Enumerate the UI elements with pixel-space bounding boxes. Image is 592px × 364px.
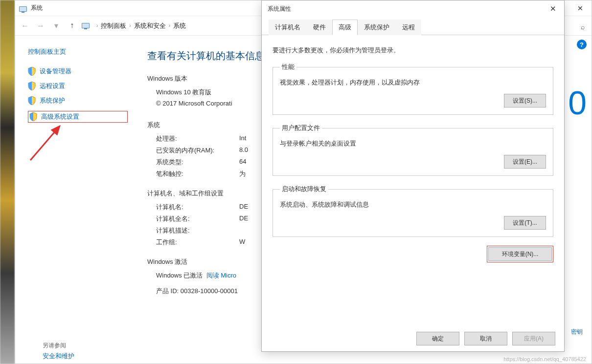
see-also-link[interactable]: 安全和维护 bbox=[43, 352, 74, 361]
dialog-body: 要进行大多数更改，你必须作为管理员登录。 性能 视觉效果，处理器计划，内存使用，… bbox=[262, 35, 564, 275]
performance-settings-button[interactable]: 设置(S)... bbox=[504, 94, 546, 107]
watermark: https://blog.csdn.net/qq_40785422 bbox=[503, 356, 586, 362]
tab-remote[interactable]: 远程 bbox=[396, 20, 421, 35]
sidebar-item-label: 设备管理器 bbox=[40, 67, 71, 76]
startup-group: 启动和故障恢复 系统启动、系统故障和调试信息 设置(T)... bbox=[273, 185, 553, 237]
performance-desc: 视觉效果，处理器计划，内存使用，以及虚拟内存 bbox=[280, 78, 546, 87]
startup-legend: 启动和故障恢复 bbox=[280, 185, 328, 193]
sidebar-item-advanced[interactable]: 高级系统设置 bbox=[28, 111, 128, 123]
label-computer-name: 计算机名: bbox=[156, 203, 239, 212]
startup-settings-button[interactable]: 设置(T)... bbox=[504, 216, 546, 230]
value-ram: 8.0 bbox=[239, 146, 248, 155]
dialog-title: 系统属性 bbox=[268, 5, 291, 13]
breadcrumb[interactable]: › 控制面板 › 系统和安全 › 系统 bbox=[93, 21, 186, 30]
tab-hardware[interactable]: 硬件 bbox=[307, 20, 332, 35]
value-type: 64 bbox=[239, 158, 246, 167]
system-properties-dialog: 系统属性 ✕ 计算机名 硬件 高级 系统保护 远程 要进行大多数更改，你必须作为… bbox=[261, 0, 565, 352]
product-id: 产品 ID: 00328-10000-00001 bbox=[156, 287, 238, 296]
help-icon[interactable]: ? bbox=[577, 40, 587, 49]
window-title: 系统 bbox=[31, 4, 43, 12]
breadcrumb-root[interactable]: 控制面板 bbox=[101, 21, 126, 30]
value-workgroup: W bbox=[239, 238, 245, 247]
env-highlight: 环境变量(N)... bbox=[487, 246, 553, 262]
performance-group: 性能 视觉效果，处理器计划，内存使用，以及虚拟内存 设置(S)... bbox=[273, 63, 553, 115]
back-button[interactable]: ← bbox=[19, 20, 31, 32]
shield-icon bbox=[28, 67, 36, 76]
sidebar-item-remote[interactable]: 远程设置 bbox=[28, 82, 128, 90]
value-cpu: Int bbox=[239, 134, 246, 143]
copyright: © 2017 Microsoft Corporati bbox=[156, 100, 232, 107]
sidebar-item-label: 系统保护 bbox=[40, 96, 65, 105]
up-button[interactable]: ↑ bbox=[66, 20, 78, 31]
tabs: 计算机名 硬件 高级 系统保护 远程 bbox=[262, 19, 564, 35]
performance-legend: 性能 bbox=[280, 63, 296, 71]
profiles-legend: 用户配置文件 bbox=[280, 124, 322, 132]
change-key-link[interactable]: 密钥 bbox=[571, 328, 583, 336]
activation-status: Windows 已激活 阅读 Micro bbox=[156, 271, 236, 280]
windows10-logo: 0 bbox=[568, 84, 587, 122]
profiles-desc: 与登录帐户相关的桌面设置 bbox=[280, 139, 546, 148]
ok-button[interactable]: 确定 bbox=[416, 332, 459, 345]
sidebar-item-label: 高级系统设置 bbox=[41, 112, 79, 121]
recent-dropdown[interactable]: ▾ bbox=[50, 20, 62, 32]
value-pen: 为 bbox=[239, 170, 246, 178]
tab-protection[interactable]: 系统保护 bbox=[358, 20, 396, 35]
cancel-button[interactable]: 取消 bbox=[464, 332, 507, 345]
shield-icon bbox=[28, 82, 36, 90]
read-terms-link[interactable]: 阅读 Micro bbox=[206, 272, 236, 279]
shield-icon bbox=[29, 112, 37, 121]
profiles-group: 用户配置文件 与登录帐户相关的桌面设置 设置(E)... bbox=[273, 124, 553, 176]
sidebar-item-label: 远程设置 bbox=[40, 82, 65, 90]
close-button[interactable]: ✕ bbox=[569, 0, 592, 16]
tab-advanced[interactable]: 高级 bbox=[332, 20, 358, 35]
breadcrumb-leaf[interactable]: 系统 bbox=[173, 21, 186, 30]
forward-button[interactable]: → bbox=[35, 20, 46, 32]
tab-computer-name[interactable]: 计算机名 bbox=[269, 20, 307, 35]
profiles-settings-button[interactable]: 设置(E)... bbox=[504, 155, 546, 169]
sidebar-item-protection[interactable]: 系统保护 bbox=[28, 96, 128, 105]
label-cpu: 处理器: bbox=[156, 134, 239, 143]
desktop-background-strip bbox=[0, 0, 15, 364]
see-also-label: 另请参阅 bbox=[43, 342, 66, 350]
sidebar-item-device-manager[interactable]: 设备管理器 bbox=[28, 67, 128, 76]
admin-notice: 要进行大多数更改，你必须作为管理员登录。 bbox=[273, 46, 553, 55]
sidebar: 控制面板主页 设备管理器 远程设置 系统保护 高级系统设置 bbox=[15, 36, 133, 364]
breadcrumb-icon bbox=[82, 21, 90, 30]
system-icon bbox=[19, 5, 28, 12]
startup-desc: 系统启动、系统故障和调试信息 bbox=[280, 200, 546, 209]
label-workgroup: 工作组: bbox=[156, 238, 239, 247]
search-icon[interactable]: ⌕ bbox=[581, 23, 585, 31]
apply-button[interactable]: 应用(A) bbox=[512, 332, 555, 345]
value-full-name: DE bbox=[239, 214, 248, 223]
dialog-titlebar[interactable]: 系统属性 ✕ bbox=[262, 0, 564, 17]
label-type: 系统类型: bbox=[156, 158, 239, 167]
environment-variables-button[interactable]: 环境变量(N)... bbox=[488, 247, 552, 261]
label-ram: 已安装的内存(RAM): bbox=[156, 146, 239, 155]
value-computer-name: DE bbox=[239, 203, 248, 212]
breadcrumb-mid[interactable]: 系统和安全 bbox=[134, 21, 166, 30]
dialog-footer: 确定 取消 应用(A) bbox=[416, 332, 555, 345]
label-full-name: 计算机全名: bbox=[156, 214, 239, 223]
shield-icon bbox=[28, 96, 36, 105]
label-pen: 笔和触控: bbox=[156, 170, 239, 178]
control-panel-home-link[interactable]: 控制面板主页 bbox=[28, 47, 128, 56]
windows-version: Windows 10 教育版 bbox=[156, 88, 211, 97]
label-description: 计算机描述: bbox=[156, 226, 239, 235]
dialog-close-button[interactable]: ✕ bbox=[542, 0, 564, 17]
